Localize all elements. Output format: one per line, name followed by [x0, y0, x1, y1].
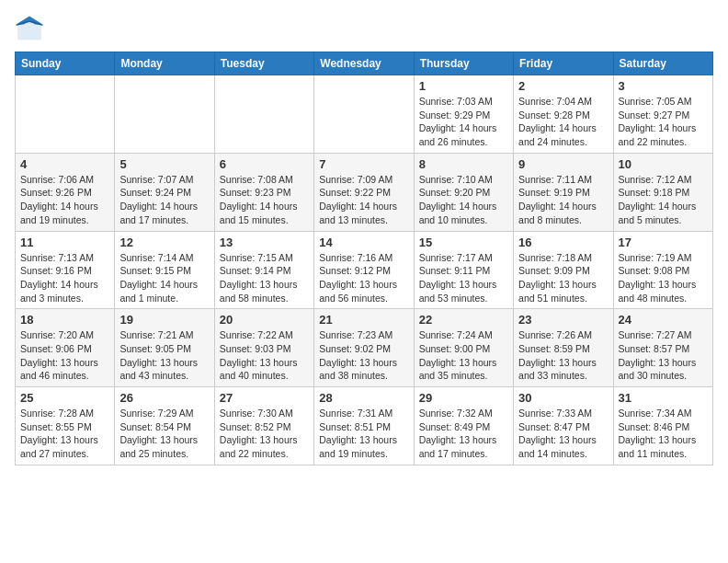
day-number: 15	[419, 236, 508, 249]
calendar-cell: 28Sunrise: 7:31 AM Sunset: 8:51 PM Dayli…	[314, 387, 414, 465]
calendar-cell: 21Sunrise: 7:23 AM Sunset: 9:02 PM Dayli…	[314, 309, 414, 387]
calendar-cell: 24Sunrise: 7:27 AM Sunset: 8:57 PM Dayli…	[613, 309, 712, 387]
day-number: 10	[619, 157, 708, 171]
day-number: 25	[20, 391, 109, 405]
day-number: 17	[619, 236, 708, 249]
day-info: Sunrise: 7:22 AM Sunset: 9:03 PM Dayligh…	[220, 328, 309, 383]
calendar-cell: 22Sunrise: 7:24 AM Sunset: 9:00 PM Dayli…	[414, 309, 513, 387]
calendar-cell: 31Sunrise: 7:34 AM Sunset: 8:46 PM Dayli…	[613, 387, 712, 465]
day-info: Sunrise: 7:27 AM Sunset: 8:57 PM Dayligh…	[619, 328, 708, 383]
calendar-cell: 4Sunrise: 7:06 AM Sunset: 9:26 PM Daylig…	[16, 153, 115, 231]
calendar-cell	[115, 75, 214, 154]
calendar-cell: 13Sunrise: 7:15 AM Sunset: 9:14 PM Dayli…	[214, 231, 313, 309]
calendar-week-row: 4Sunrise: 7:06 AM Sunset: 9:26 PM Daylig…	[16, 153, 713, 231]
day-number: 5	[119, 157, 209, 171]
header	[15, 15, 713, 44]
day-number: 22	[419, 313, 508, 327]
day-info: Sunrise: 7:09 AM Sunset: 9:22 PM Dayligh…	[319, 173, 408, 227]
day-number: 19	[119, 313, 209, 327]
day-info: Sunrise: 7:28 AM Sunset: 8:55 PM Dayligh…	[20, 407, 109, 461]
calendar-cell: 11Sunrise: 7:13 AM Sunset: 9:16 PM Dayli…	[16, 231, 115, 309]
day-info: Sunrise: 7:12 AM Sunset: 9:18 PM Dayligh…	[619, 173, 708, 227]
day-info: Sunrise: 7:33 AM Sunset: 8:47 PM Dayligh…	[518, 407, 608, 461]
logo	[15, 15, 48, 44]
day-of-week-header: Monday	[115, 52, 214, 75]
day-info: Sunrise: 7:06 AM Sunset: 9:26 PM Dayligh…	[20, 173, 109, 227]
day-number: 8	[419, 157, 508, 171]
calendar-cell: 20Sunrise: 7:22 AM Sunset: 9:03 PM Dayli…	[214, 309, 313, 387]
calendar-week-row: 11Sunrise: 7:13 AM Sunset: 9:16 PM Dayli…	[16, 231, 713, 309]
day-info: Sunrise: 7:23 AM Sunset: 9:02 PM Dayligh…	[319, 328, 408, 383]
day-info: Sunrise: 7:29 AM Sunset: 8:54 PM Dayligh…	[119, 407, 209, 461]
day-of-week-header: Sunday	[16, 52, 115, 75]
day-of-week-header: Friday	[514, 52, 613, 75]
day-number: 14	[319, 236, 408, 249]
day-info: Sunrise: 7:32 AM Sunset: 8:49 PM Dayligh…	[419, 407, 508, 461]
calendar-cell	[314, 75, 414, 154]
day-info: Sunrise: 7:26 AM Sunset: 8:59 PM Dayligh…	[518, 328, 608, 383]
day-number: 27	[220, 391, 309, 405]
day-info: Sunrise: 7:13 AM Sunset: 9:16 PM Dayligh…	[20, 251, 109, 305]
logo-icon	[15, 15, 44, 44]
day-info: Sunrise: 7:34 AM Sunset: 8:46 PM Dayligh…	[619, 407, 708, 461]
calendar-cell: 30Sunrise: 7:33 AM Sunset: 8:47 PM Dayli…	[514, 387, 613, 465]
calendar-cell: 19Sunrise: 7:21 AM Sunset: 9:05 PM Dayli…	[115, 309, 214, 387]
day-number: 2	[518, 79, 608, 93]
calendar-cell: 10Sunrise: 7:12 AM Sunset: 9:18 PM Dayli…	[613, 153, 712, 231]
calendar-cell: 15Sunrise: 7:17 AM Sunset: 9:11 PM Dayli…	[414, 231, 513, 309]
day-number: 30	[518, 391, 608, 405]
calendar-cell	[214, 75, 313, 154]
day-info: Sunrise: 7:31 AM Sunset: 8:51 PM Dayligh…	[319, 407, 408, 461]
day-number: 23	[518, 313, 608, 327]
day-number: 21	[319, 313, 408, 327]
day-number: 28	[319, 391, 408, 405]
day-info: Sunrise: 7:16 AM Sunset: 9:12 PM Dayligh…	[319, 251, 408, 305]
day-of-week-header: Tuesday	[214, 52, 313, 75]
day-number: 7	[319, 157, 408, 171]
day-info: Sunrise: 7:04 AM Sunset: 9:28 PM Dayligh…	[518, 95, 608, 149]
day-info: Sunrise: 7:21 AM Sunset: 9:05 PM Dayligh…	[119, 328, 209, 383]
calendar-cell: 27Sunrise: 7:30 AM Sunset: 8:52 PM Dayli…	[214, 387, 313, 465]
calendar-body: 1Sunrise: 7:03 AM Sunset: 9:29 PM Daylig…	[16, 75, 713, 465]
day-number: 26	[119, 391, 209, 405]
day-of-week-header: Wednesday	[314, 52, 414, 75]
calendar-cell: 12Sunrise: 7:14 AM Sunset: 9:15 PM Dayli…	[115, 231, 214, 309]
calendar-cell: 29Sunrise: 7:32 AM Sunset: 8:49 PM Dayli…	[414, 387, 513, 465]
calendar-week-row: 25Sunrise: 7:28 AM Sunset: 8:55 PM Dayli…	[16, 387, 713, 465]
day-info: Sunrise: 7:08 AM Sunset: 9:23 PM Dayligh…	[220, 173, 309, 227]
day-number: 18	[20, 313, 109, 327]
calendar-cell: 18Sunrise: 7:20 AM Sunset: 9:06 PM Dayli…	[16, 309, 115, 387]
day-info: Sunrise: 7:14 AM Sunset: 9:15 PM Dayligh…	[119, 251, 209, 305]
calendar-cell: 7Sunrise: 7:09 AM Sunset: 9:22 PM Daylig…	[314, 153, 414, 231]
day-info: Sunrise: 7:18 AM Sunset: 9:09 PM Dayligh…	[518, 251, 608, 305]
day-info: Sunrise: 7:30 AM Sunset: 8:52 PM Dayligh…	[220, 407, 309, 461]
day-info: Sunrise: 7:07 AM Sunset: 9:24 PM Dayligh…	[119, 173, 209, 227]
day-info: Sunrise: 7:19 AM Sunset: 9:08 PM Dayligh…	[619, 251, 708, 305]
day-number: 31	[619, 391, 708, 405]
calendar-cell: 14Sunrise: 7:16 AM Sunset: 9:12 PM Dayli…	[314, 231, 414, 309]
day-number: 1	[419, 79, 508, 93]
day-number: 20	[220, 313, 309, 327]
day-info: Sunrise: 7:03 AM Sunset: 9:29 PM Dayligh…	[419, 95, 508, 149]
calendar-cell: 25Sunrise: 7:28 AM Sunset: 8:55 PM Dayli…	[16, 387, 115, 465]
day-number: 4	[20, 157, 109, 171]
day-number: 12	[119, 236, 209, 249]
calendar-cell	[16, 75, 115, 154]
day-of-week-header: Saturday	[613, 52, 712, 75]
day-number: 24	[619, 313, 708, 327]
calendar-cell: 5Sunrise: 7:07 AM Sunset: 9:24 PM Daylig…	[115, 153, 214, 231]
day-number: 3	[619, 79, 708, 93]
calendar-week-row: 1Sunrise: 7:03 AM Sunset: 9:29 PM Daylig…	[16, 75, 713, 154]
calendar-cell: 26Sunrise: 7:29 AM Sunset: 8:54 PM Dayli…	[115, 387, 214, 465]
calendar-cell: 6Sunrise: 7:08 AM Sunset: 9:23 PM Daylig…	[214, 153, 313, 231]
calendar-cell: 23Sunrise: 7:26 AM Sunset: 8:59 PM Dayli…	[514, 309, 613, 387]
day-number: 11	[20, 236, 109, 249]
calendar-cell: 3Sunrise: 7:05 AM Sunset: 9:27 PM Daylig…	[613, 75, 712, 154]
day-info: Sunrise: 7:17 AM Sunset: 9:11 PM Dayligh…	[419, 251, 508, 305]
day-number: 6	[220, 157, 309, 171]
calendar-cell: 8Sunrise: 7:10 AM Sunset: 9:20 PM Daylig…	[414, 153, 513, 231]
day-info: Sunrise: 7:05 AM Sunset: 9:27 PM Dayligh…	[619, 95, 708, 149]
day-info: Sunrise: 7:15 AM Sunset: 9:14 PM Dayligh…	[220, 251, 309, 305]
calendar-cell: 2Sunrise: 7:04 AM Sunset: 9:28 PM Daylig…	[514, 75, 613, 154]
day-info: Sunrise: 7:11 AM Sunset: 9:19 PM Dayligh…	[518, 173, 608, 227]
